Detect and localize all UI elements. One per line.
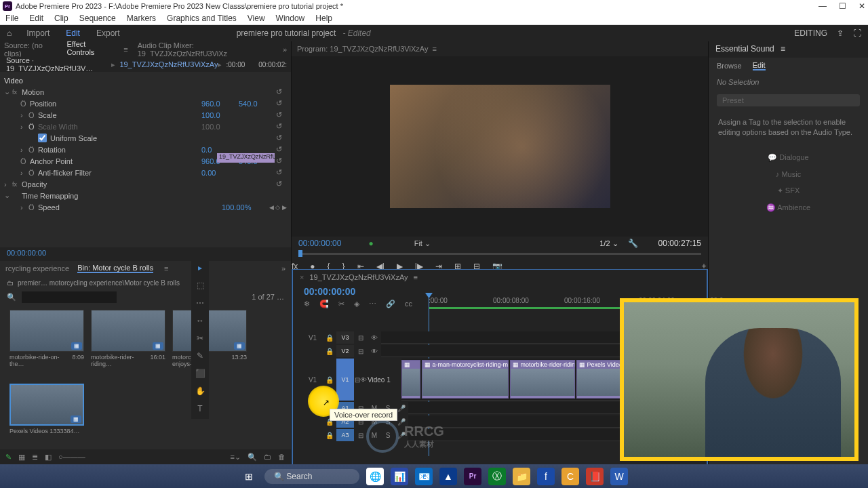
thumb-item[interactable]: ▦motorcyclist-enjoys-…13:23 bbox=[172, 310, 247, 377]
fx-time-remap[interactable]: Time Remapping bbox=[22, 192, 287, 200]
list-view-icon[interactable]: ≣ bbox=[32, 453, 38, 462]
rotation-val[interactable]: 0.0 bbox=[201, 146, 239, 154]
start-button[interactable]: ⊞ bbox=[240, 468, 258, 485]
es-option-sfx[interactable]: ✦ SFX bbox=[709, 182, 868, 199]
solo-button[interactable]: S bbox=[381, 432, 395, 439]
eye-icon[interactable]: 👁 bbox=[360, 376, 367, 384]
lock-icon[interactable]: 🔒 bbox=[323, 348, 336, 355]
proj-tab-bin[interactable]: Bin: Motor cycle B rolls bbox=[77, 264, 153, 273]
fullscreen-icon[interactable]: ⛶ bbox=[853, 28, 861, 38]
wrench-icon[interactable]: 🔧 bbox=[628, 239, 638, 248]
es-option-ambience[interactable]: ♒ Ambience bbox=[709, 199, 868, 216]
find-icon[interactable]: 🔍 bbox=[248, 453, 257, 462]
razor-tool-icon[interactable]: ✂ bbox=[194, 332, 206, 344]
app-premiere-icon[interactable]: Pr bbox=[464, 468, 481, 485]
menu-help[interactable]: Help bbox=[315, 14, 332, 23]
es-tab-browse[interactable]: Browse bbox=[717, 62, 742, 70]
mute-button[interactable]: M bbox=[368, 432, 381, 439]
timeline-timecode[interactable]: 00:00:00:00 bbox=[293, 285, 707, 298]
app-folder-icon[interactable]: 📁 bbox=[513, 468, 530, 485]
position-y[interactable]: 540.0 bbox=[239, 100, 276, 108]
marker-tool-icon[interactable]: ◈ bbox=[354, 300, 359, 308]
clip[interactable]: ▦ a-man-motorcyclist-riding-mot bbox=[422, 360, 509, 399]
close-button[interactable]: ✕ bbox=[859, 1, 865, 11]
scale-val[interactable]: 100.0 bbox=[201, 111, 239, 119]
ripple-tool-icon[interactable]: ⋯ bbox=[194, 297, 206, 309]
thumb-item[interactable]: ▦motorbike-ride-on-the…8:09 bbox=[9, 310, 84, 377]
menu-sequence[interactable]: Sequence bbox=[79, 14, 116, 23]
app-chrome-icon[interactable]: 🌐 bbox=[366, 468, 384, 485]
position-x[interactable]: 960.0 bbox=[201, 100, 239, 108]
hand-tool-icon[interactable]: ✋ bbox=[194, 385, 206, 397]
icon-view-icon[interactable]: ▦ bbox=[18, 453, 25, 462]
thumb-item-selected[interactable]: ▦Pexels Videos 1333384… bbox=[9, 384, 84, 444]
app-explorer-icon[interactable]: 📊 bbox=[391, 468, 408, 485]
fx-motion[interactable]: Motion bbox=[22, 88, 276, 96]
proj-tab-experience[interactable]: rcycling experience bbox=[5, 264, 69, 272]
new-bin-icon[interactable]: 🗀 bbox=[264, 453, 271, 461]
es-option-music[interactable]: ♪ Music bbox=[709, 166, 868, 182]
mic-icon[interactable]: 🎤 bbox=[395, 432, 408, 439]
resolution-dropdown[interactable]: 1/2 ⌄ bbox=[599, 239, 618, 248]
selection-tool-icon[interactable]: ▸ bbox=[194, 262, 206, 274]
tab-source[interactable]: Source: (no clips) bbox=[4, 41, 57, 58]
uniform-scale-checkbox[interactable] bbox=[38, 134, 47, 142]
settings-icon[interactable]: ⋯ bbox=[369, 300, 376, 308]
minimize-button[interactable]: — bbox=[818, 1, 827, 11]
slip-tool-icon[interactable]: ↔ bbox=[194, 314, 206, 327]
caption-icon[interactable]: cc bbox=[405, 300, 412, 308]
pen-tool-icon[interactable]: ✎ bbox=[194, 350, 206, 362]
project-search-input[interactable] bbox=[22, 291, 117, 303]
magnet-icon[interactable]: 🧲 bbox=[319, 300, 329, 308]
app-azure-icon[interactable]: ▲ bbox=[439, 468, 457, 485]
home-icon[interactable]: ⌂ bbox=[0, 28, 18, 38]
reset-icon[interactable]: ↺ bbox=[276, 87, 287, 96]
eye-icon[interactable]: 👁 bbox=[368, 334, 381, 342]
app-c-icon[interactable]: C bbox=[561, 468, 579, 485]
app-word-icon[interactable]: W bbox=[610, 468, 628, 485]
tab-audio-mixer[interactable]: Audio Clip Mixer: 19_TVZJXzQzNzRfU3ViXz bbox=[138, 41, 273, 58]
zoom-slider[interactable]: ○——— bbox=[58, 453, 85, 461]
lock-icon[interactable]: 🔒 bbox=[323, 376, 336, 384]
eye-icon[interactable]: 👁 bbox=[368, 348, 381, 355]
tab-edit[interactable]: Edit bbox=[58, 26, 88, 41]
program-in-tc[interactable]: 00:00:00:00 bbox=[298, 239, 341, 248]
v1-header[interactable]: V1 bbox=[336, 359, 354, 401]
linked-selection-icon[interactable]: ✂ bbox=[338, 300, 344, 308]
new-item-icon[interactable]: ✎ bbox=[5, 453, 12, 462]
sync-icon[interactable]: ⊟ bbox=[354, 334, 368, 342]
sync-icon[interactable]: ⊟ bbox=[355, 376, 360, 384]
maximize-button[interactable]: ☐ bbox=[839, 1, 846, 11]
es-option-dialogue[interactable]: 💬 Dialogue bbox=[709, 149, 868, 166]
app-facebook-icon[interactable]: f bbox=[537, 468, 555, 485]
thumb-item[interactable]: ▦motorbike-rider-riding…16:01 bbox=[91, 310, 165, 377]
lock-icon[interactable]: 🔒 bbox=[323, 334, 336, 342]
menu-markers[interactable]: Markers bbox=[127, 14, 156, 23]
tab-import[interactable]: Import bbox=[18, 26, 58, 41]
snap-icon[interactable]: ❄ bbox=[304, 300, 310, 308]
es-tab-edit[interactable]: Edit bbox=[753, 61, 766, 70]
clip[interactable]: ▦ bbox=[401, 360, 420, 399]
sort-icon[interactable]: ≡⌄ bbox=[231, 453, 241, 462]
menu-view[interactable]: View bbox=[248, 14, 265, 23]
menu-file[interactable]: File bbox=[5, 14, 18, 23]
menu-graphics[interactable]: Graphics and Titles bbox=[167, 14, 237, 23]
preset-dropdown[interactable]: Preset bbox=[717, 94, 860, 106]
bc-target[interactable]: 19_TVZJXzQzNzRfU3ViXzAy bbox=[119, 60, 218, 68]
lock-icon[interactable]: 🔒 bbox=[323, 432, 336, 439]
type-tool-icon[interactable]: T bbox=[194, 403, 206, 415]
menu-window[interactable]: Window bbox=[276, 14, 305, 23]
bc-source[interactable]: Source · 19_TVZJXzQzNzRfU3V… bbox=[6, 56, 105, 73]
program-scrubber[interactable] bbox=[298, 250, 701, 258]
taskbar-search[interactable]: 🔍 Search bbox=[264, 469, 359, 484]
tab-export[interactable]: Export bbox=[88, 26, 128, 41]
sequence-name[interactable]: 19_TVZJXzQzNzRfU3ViXzAy bbox=[309, 273, 408, 281]
program-monitor[interactable] bbox=[292, 56, 708, 237]
app-mail-icon[interactable]: 📧 bbox=[415, 468, 433, 485]
share-icon[interactable]: ⇪ bbox=[837, 28, 844, 38]
rectangle-tool-icon[interactable]: ⬛ bbox=[194, 367, 206, 380]
app-xbox-icon[interactable]: Ⓧ bbox=[488, 468, 506, 485]
antiflicker-val[interactable]: 0.00 bbox=[201, 169, 239, 177]
menu-clip[interactable]: Clip bbox=[54, 14, 68, 23]
link-icon[interactable]: 🔗 bbox=[386, 300, 395, 308]
